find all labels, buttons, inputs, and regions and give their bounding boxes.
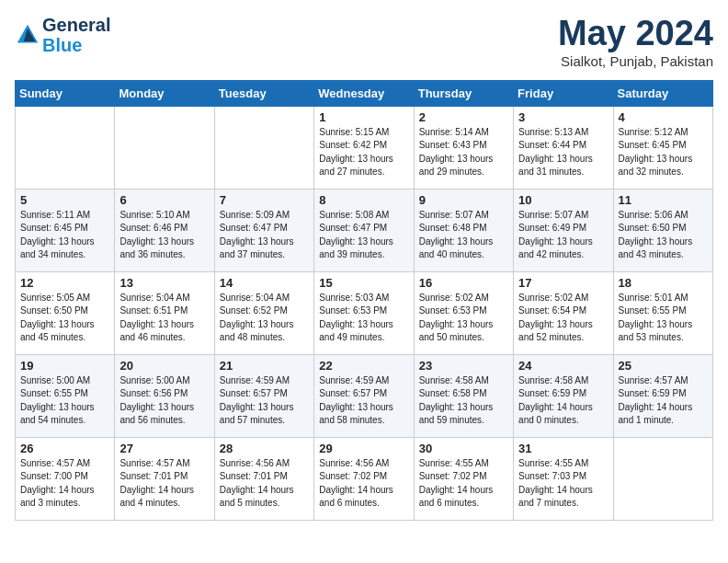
day-number: 9 (419, 193, 508, 207)
calendar-cell (115, 106, 214, 189)
day-number: 30 (419, 442, 508, 455)
calendar-cell: 29Sunrise: 4:56 AM Sunset: 7:02 PM Dayli… (314, 437, 414, 520)
day-detail: Sunrise: 5:14 AM Sunset: 6:43 PM Dayligh… (419, 126, 508, 179)
calendar-cell: 5Sunrise: 5:11 AM Sunset: 6:45 PM Daylig… (16, 189, 115, 271)
day-number: 14 (220, 276, 309, 290)
day-detail: Sunrise: 5:00 AM Sunset: 6:55 PM Dayligh… (20, 374, 109, 428)
day-number: 27 (119, 442, 209, 455)
calendar-cell: 28Sunrise: 4:56 AM Sunset: 7:01 PM Dayli… (214, 437, 313, 520)
day-number: 20 (119, 359, 209, 373)
calendar-cell: 31Sunrise: 4:55 AM Sunset: 7:03 PM Dayli… (514, 437, 613, 520)
calendar-cell: 18Sunrise: 5:01 AM Sunset: 6:55 PM Dayli… (613, 271, 712, 354)
calendar-cell: 6Sunrise: 5:10 AM Sunset: 6:46 PM Daylig… (115, 189, 214, 271)
calendar-week-3: 12Sunrise: 5:05 AM Sunset: 6:50 PM Dayli… (16, 271, 713, 354)
day-detail: Sunrise: 4:56 AM Sunset: 7:02 PM Dayligh… (319, 457, 408, 511)
day-number: 28 (220, 442, 309, 455)
day-number: 31 (518, 442, 608, 455)
calendar-cell: 11Sunrise: 5:06 AM Sunset: 6:50 PM Dayli… (613, 189, 712, 271)
day-detail: Sunrise: 4:58 AM Sunset: 6:58 PM Dayligh… (419, 374, 508, 428)
calendar-cell: 12Sunrise: 5:05 AM Sunset: 6:50 PM Dayli… (16, 271, 115, 354)
calendar-cell: 7Sunrise: 5:09 AM Sunset: 6:47 PM Daylig… (214, 189, 313, 271)
calendar-cell: 17Sunrise: 5:02 AM Sunset: 6:54 PM Dayli… (514, 271, 613, 354)
calendar-cell: 3Sunrise: 5:13 AM Sunset: 6:44 PM Daylig… (514, 106, 613, 189)
day-detail: Sunrise: 5:05 AM Sunset: 6:50 PM Dayligh… (20, 292, 109, 345)
calendar-cell: 8Sunrise: 5:08 AM Sunset: 6:47 PM Daylig… (314, 189, 414, 271)
day-detail: Sunrise: 5:09 AM Sunset: 6:47 PM Dayligh… (220, 209, 309, 262)
calendar-week-1: 1Sunrise: 5:15 AM Sunset: 6:42 PM Daylig… (16, 106, 713, 189)
day-number: 29 (319, 442, 408, 455)
header-day-tuesday: Tuesday (214, 80, 313, 106)
calendar-cell: 15Sunrise: 5:03 AM Sunset: 6:53 PM Dayli… (314, 271, 414, 354)
day-detail: Sunrise: 5:00 AM Sunset: 6:56 PM Dayligh… (119, 374, 209, 428)
day-number: 1 (319, 110, 408, 124)
location: Sialkot, Punjab, Pakistan (558, 53, 713, 69)
page-header: General Blue May 2024 Sialkot, Punjab, P… (15, 15, 713, 69)
calendar-week-2: 5Sunrise: 5:11 AM Sunset: 6:45 PM Daylig… (16, 189, 713, 271)
day-detail: Sunrise: 5:10 AM Sunset: 6:46 PM Dayligh… (119, 209, 209, 262)
day-number: 10 (518, 193, 608, 207)
day-detail: Sunrise: 5:04 AM Sunset: 6:52 PM Dayligh… (220, 292, 309, 345)
calendar-cell: 30Sunrise: 4:55 AM Sunset: 7:02 PM Dayli… (414, 437, 513, 520)
day-number: 11 (619, 193, 708, 207)
calendar-week-4: 19Sunrise: 5:00 AM Sunset: 6:55 PM Dayli… (16, 354, 713, 437)
logo: General Blue (15, 15, 110, 55)
day-number: 21 (220, 359, 309, 373)
header-day-monday: Monday (115, 80, 214, 106)
month-title: May 2024 (558, 15, 713, 53)
day-number: 22 (319, 359, 408, 373)
calendar-cell: 24Sunrise: 4:58 AM Sunset: 6:59 PM Dayli… (514, 354, 613, 437)
day-number: 7 (220, 193, 309, 207)
day-detail: Sunrise: 5:15 AM Sunset: 6:42 PM Dayligh… (319, 126, 408, 179)
day-number: 8 (319, 193, 408, 207)
day-number: 19 (20, 359, 109, 373)
calendar-cell: 21Sunrise: 4:59 AM Sunset: 6:57 PM Dayli… (214, 354, 313, 437)
calendar-cell: 1Sunrise: 5:15 AM Sunset: 6:42 PM Daylig… (314, 106, 414, 189)
header-day-friday: Friday (514, 80, 613, 106)
calendar-cell (613, 437, 712, 520)
day-detail: Sunrise: 5:07 AM Sunset: 6:48 PM Dayligh… (419, 209, 508, 262)
day-detail: Sunrise: 4:56 AM Sunset: 7:01 PM Dayligh… (220, 457, 309, 511)
calendar-cell: 10Sunrise: 5:07 AM Sunset: 6:49 PM Dayli… (514, 189, 613, 271)
day-number: 5 (20, 193, 109, 207)
day-detail: Sunrise: 5:07 AM Sunset: 6:49 PM Dayligh… (518, 209, 608, 262)
header-day-thursday: Thursday (414, 80, 513, 106)
header-day-wednesday: Wednesday (314, 80, 414, 106)
day-detail: Sunrise: 4:55 AM Sunset: 7:03 PM Dayligh… (518, 457, 608, 511)
title-area: May 2024 Sialkot, Punjab, Pakistan (558, 15, 713, 69)
calendar-cell (214, 106, 313, 189)
header-day-saturday: Saturday (613, 80, 712, 106)
calendar-week-5: 26Sunrise: 4:57 AM Sunset: 7:00 PM Dayli… (16, 437, 713, 520)
day-detail: Sunrise: 4:55 AM Sunset: 7:02 PM Dayligh… (419, 457, 508, 511)
calendar-table: SundayMondayTuesdayWednesdayThursdayFrid… (15, 80, 713, 521)
calendar-cell: 23Sunrise: 4:58 AM Sunset: 6:58 PM Dayli… (414, 354, 513, 437)
day-number: 6 (119, 193, 209, 207)
day-detail: Sunrise: 4:59 AM Sunset: 6:57 PM Dayligh… (319, 374, 408, 428)
day-detail: Sunrise: 4:58 AM Sunset: 6:59 PM Dayligh… (518, 374, 608, 428)
calendar-cell: 26Sunrise: 4:57 AM Sunset: 7:00 PM Dayli… (16, 437, 115, 520)
day-number: 13 (119, 276, 209, 290)
day-detail: Sunrise: 5:02 AM Sunset: 6:53 PM Dayligh… (419, 292, 508, 345)
calendar-cell: 2Sunrise: 5:14 AM Sunset: 6:43 PM Daylig… (414, 106, 513, 189)
calendar-cell: 9Sunrise: 5:07 AM Sunset: 6:48 PM Daylig… (414, 189, 513, 271)
day-number: 23 (419, 359, 508, 373)
calendar-cell: 20Sunrise: 5:00 AM Sunset: 6:56 PM Dayli… (115, 354, 214, 437)
day-detail: Sunrise: 5:06 AM Sunset: 6:50 PM Dayligh… (619, 209, 708, 262)
day-detail: Sunrise: 5:01 AM Sunset: 6:55 PM Dayligh… (619, 292, 708, 345)
day-detail: Sunrise: 5:11 AM Sunset: 6:45 PM Dayligh… (20, 209, 109, 262)
day-detail: Sunrise: 5:12 AM Sunset: 6:45 PM Dayligh… (619, 126, 708, 179)
day-number: 3 (518, 110, 608, 124)
logo-text: General Blue (42, 15, 110, 55)
logo-icon (15, 22, 40, 48)
day-detail: Sunrise: 4:57 AM Sunset: 6:59 PM Dayligh… (619, 374, 708, 428)
day-number: 17 (518, 276, 608, 290)
day-number: 16 (419, 276, 508, 290)
day-number: 12 (20, 276, 109, 290)
calendar-cell: 25Sunrise: 4:57 AM Sunset: 6:59 PM Dayli… (613, 354, 712, 437)
header-day-sunday: Sunday (16, 80, 115, 106)
day-detail: Sunrise: 4:57 AM Sunset: 7:00 PM Dayligh… (20, 457, 109, 511)
day-number: 24 (518, 359, 608, 373)
calendar-cell: 22Sunrise: 4:59 AM Sunset: 6:57 PM Dayli… (314, 354, 414, 437)
calendar-cell: 13Sunrise: 5:04 AM Sunset: 6:51 PM Dayli… (115, 271, 214, 354)
day-detail: Sunrise: 5:02 AM Sunset: 6:54 PM Dayligh… (518, 292, 608, 345)
day-number: 2 (419, 110, 508, 124)
